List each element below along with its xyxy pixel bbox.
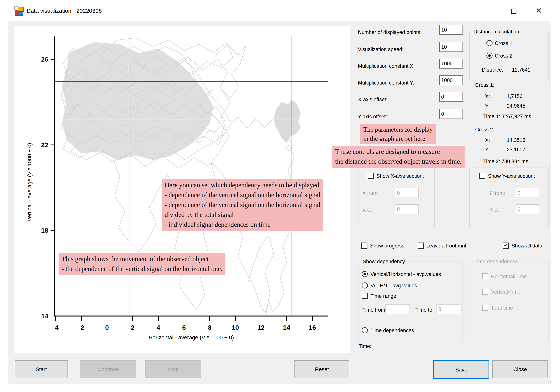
mult-x-input[interactable]: 1000 [439,59,463,68]
x-tick-label: -2 [79,324,84,331]
start-button[interactable]: Start [15,360,68,378]
cross2-time-label: Time 2: [483,159,500,164]
show-progress-label[interactable]: Show progress [370,243,404,249]
cross2-radio-label[interactable]: Cross 2 [495,53,512,59]
num-points-label: Number of displayed points: [358,29,422,35]
time-range-label[interactable]: Time range [370,293,396,299]
y-tick-label: 22 [41,141,48,149]
x-tick-label: -4 [53,324,59,331]
maximize-icon[interactable]: □ [505,0,522,21]
note-parameters: The parameters for display in the graph … [360,124,436,144]
time-label: Time: [359,343,371,349]
cross2-x-value: 14,3516 [507,137,525,143]
cross1-x-label: X: [485,94,490,99]
time-dependences-radio[interactable] [362,327,368,333]
cross1-radio-label[interactable]: Cross 1 [495,40,512,46]
y-axis-title: Vertical - average (V * 1000 + 0) [26,143,32,221]
x-offset-label: X-axis offset: [358,97,388,103]
save-button[interactable]: Save [433,360,489,379]
vtht-radio[interactable] [362,282,368,288]
x-tick-label: 10 [232,324,239,331]
time-from-label: Time from: [362,307,387,313]
y-section-group: Show Y-axis section: Y from: 0 Y to: 0 [469,168,549,227]
note-graph: This graph shows the movement of the obs… [59,253,225,275]
app-icon-part [19,11,23,16]
speed-input[interactable]: 10 [439,42,463,52]
leave-footprint-label[interactable]: Leave a Footprint [426,243,466,249]
x-to-label: X to: [362,207,373,213]
vtht-radio-label[interactable]: V/T H/T - avg.values [370,283,417,289]
show-all-data-checkbox[interactable]: ✓ [503,242,509,249]
y-offset-input[interactable]: 0 [439,109,463,119]
cross2-y-value: 23,1607 [507,147,525,153]
x-from-label: X from: [362,190,379,196]
close-icon[interactable]: ✕ [530,0,548,21]
trace-line [229,115,276,128]
app-icon [14,7,23,16]
x-tick-label: 0 [105,324,109,331]
reset-button[interactable]: Reset [294,360,349,378]
time-dependences-group: Time dependences Horizontal/Time Vertica… [470,261,549,341]
trace-blob [274,100,301,143]
minimize-icon[interactable]: ─ [480,0,498,21]
time-dependences-title: Time dependences [473,259,519,265]
y-tick-label: 26 [41,56,48,63]
note-controls: These controls are designed to measure t… [332,146,465,168]
app-window: Data visualization - 20220306 ─ □ ✕ 2622… [0,0,560,392]
app-icon-part [14,7,18,10]
app-icon-part [18,7,24,12]
mult-y-input[interactable]: 1000 [439,75,463,85]
x-to-input: 0 [395,204,419,214]
y-to-input: 0 [516,204,539,214]
x-from-input: 0 [395,188,419,198]
title-bar[interactable]: Data visualization - 20220306 ─ □ ✕ [0,0,560,21]
time-range-checkbox[interactable] [362,293,368,299]
cross1-x-value: 1,7156 [507,94,522,99]
radio-dot [488,54,491,57]
cross2-radio[interactable] [486,53,492,59]
radio-dot [363,273,366,275]
total-time-checkbox [482,305,488,311]
app-icon-part [15,10,18,16]
vh-radio[interactable] [362,271,368,277]
speed-label: Visualization speed: [358,47,404,52]
y-from-input: 0 [516,188,539,198]
x-tick-label: 16 [309,324,316,331]
cross2-x-label: X: [485,137,490,143]
x-section-checkbox[interactable] [368,173,374,179]
y-section-title[interactable]: Show Y-axis section: [488,173,535,179]
time-to-input: 0 [436,304,460,314]
y-section-checkbox[interactable] [479,173,485,179]
num-points-input[interactable]: 10 [439,25,463,35]
cross1-y-label: Y: [485,103,490,109]
x-section-group: Show X-axis section: X from: 0 X to: 0 [359,168,435,227]
y-from-label: Y from: [489,190,505,196]
resize-grip[interactable] [547,380,550,383]
show-all-data-label[interactable]: Show all data [511,243,542,249]
x-section-title[interactable]: Show X-axis section: [376,173,424,179]
x-offset-input[interactable]: 0 [439,92,463,102]
horizontal-time-checkbox [482,273,488,279]
cross1-y-value: 24,9645 [507,103,525,109]
mult-x-label: Multiplication constant X: [358,63,415,69]
time-dependences-radio-label[interactable]: Time dependences [370,328,414,334]
note-dependency: Here you can set which dependency needs … [161,179,323,231]
distance-value: 12,7641 [512,67,530,73]
time-to-label: Time to: [415,307,434,313]
distance-calculation-group: Distance calculation Cross 1 Cross 2 Dis… [469,32,549,81]
cross1-time-value: 3267,927 ms [501,114,531,119]
stop-button: Stop [145,360,201,378]
cross1-time-label: Time 1: [483,114,500,119]
close-button[interactable]: Close [492,360,548,378]
time-from-input [385,304,410,314]
x-tick-label: 4 [157,324,160,331]
x-tick-label: 6 [182,324,186,331]
leave-footprint-checkbox[interactable] [418,242,424,249]
total-time-label: Total time [491,305,513,311]
y-offset-label: Y-axis offset: [358,114,387,120]
cross2-title: Cross 2: [475,127,494,133]
vh-radio-label[interactable]: Vertical/Horizontal - avg.values [370,271,441,277]
show-progress-checkbox[interactable] [361,242,368,249]
continue-button: Continue [80,360,136,378]
cross1-radio[interactable] [486,40,492,46]
